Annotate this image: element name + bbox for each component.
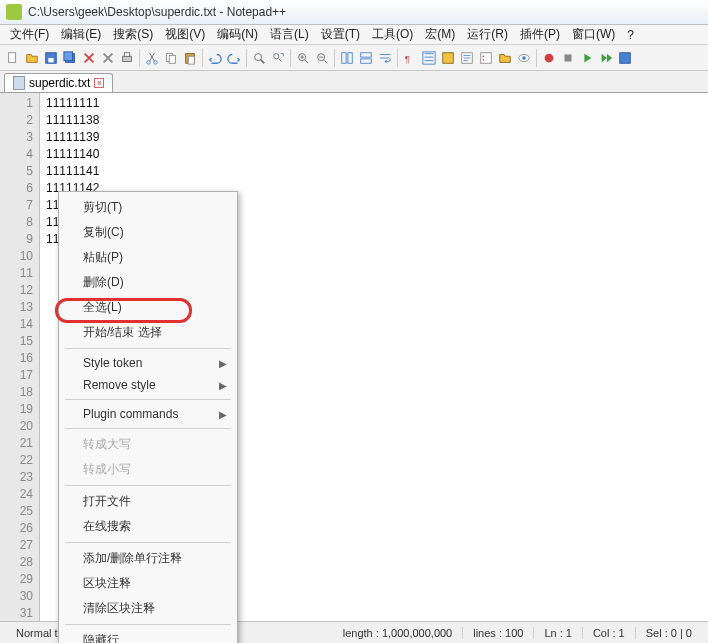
cm-uppercase[interactable]: 转成大写	[59, 432, 237, 457]
svg-rect-6	[124, 52, 129, 56]
svg-text:¶: ¶	[405, 53, 410, 63]
cm-copy[interactable]: 复制(C)	[59, 220, 237, 245]
toolbar-separator	[202, 49, 203, 67]
stop-icon[interactable]	[559, 49, 577, 67]
zoom-out-icon[interactable]	[313, 49, 331, 67]
save-icon[interactable]	[42, 49, 60, 67]
cm-remove-style[interactable]: Remove style▶	[59, 374, 237, 396]
save-macro-icon[interactable]	[616, 49, 634, 67]
close-icon[interactable]	[80, 49, 98, 67]
cm-open-file[interactable]: 打开文件	[59, 489, 237, 514]
file-icon	[13, 76, 25, 90]
doc-map-icon[interactable]	[458, 49, 476, 67]
line-number: 20	[0, 418, 39, 435]
func-list-icon[interactable]	[477, 49, 495, 67]
cm-begin-end-select[interactable]: 开始/结束 选择	[59, 320, 237, 345]
save-all-icon[interactable]	[61, 49, 79, 67]
cm-separator	[65, 348, 231, 349]
indent-guide-icon[interactable]	[420, 49, 438, 67]
cm-style-token[interactable]: Style token▶	[59, 352, 237, 374]
tab-superdic[interactable]: superdic.txt ×	[4, 73, 113, 92]
toolbar-separator	[536, 49, 537, 67]
menu-window[interactable]: 窗口(W)	[566, 24, 621, 45]
cm-separator	[65, 428, 231, 429]
line-number: 4	[0, 146, 39, 163]
record-icon[interactable]	[540, 49, 558, 67]
cm-toggle-comment[interactable]: 添加/删除单行注释	[59, 546, 237, 571]
show-all-icon[interactable]: ¶	[401, 49, 419, 67]
svg-rect-5	[123, 56, 132, 61]
cm-delete[interactable]: 删除(D)	[59, 270, 237, 295]
sync-h-icon[interactable]	[357, 49, 375, 67]
undo-icon[interactable]	[206, 49, 224, 67]
window-title: C:\Users\geek\Desktop\superdic.txt - Not…	[28, 5, 286, 19]
menu-macro[interactable]: 宏(M)	[419, 24, 461, 45]
chevron-right-icon: ▶	[219, 380, 227, 391]
cm-plugin-commands[interactable]: Plugin commands▶	[59, 403, 237, 425]
menu-run[interactable]: 运行(R)	[461, 24, 514, 45]
copy-icon[interactable]	[162, 49, 180, 67]
menu-encoding[interactable]: 编码(N)	[211, 24, 264, 45]
svg-rect-23	[443, 52, 454, 63]
menu-tools[interactable]: 工具(O)	[366, 24, 419, 45]
new-file-icon[interactable]	[4, 49, 22, 67]
editor[interactable]: 1234567891011121314151617181920212223242…	[0, 93, 708, 623]
menu-search[interactable]: 搜索(S)	[107, 24, 159, 45]
chevron-right-icon: ▶	[219, 358, 227, 369]
play-multi-icon[interactable]	[597, 49, 615, 67]
sync-v-icon[interactable]	[338, 49, 356, 67]
folder-view-icon[interactable]	[496, 49, 514, 67]
cm-selectall[interactable]: 全选(L)	[59, 295, 237, 320]
menu-file[interactable]: 文件(F)	[4, 24, 55, 45]
svg-rect-2	[48, 58, 53, 62]
cut-icon[interactable]	[143, 49, 161, 67]
code-line: 11111140	[46, 146, 708, 163]
app-icon	[6, 4, 22, 20]
line-number: 23	[0, 469, 39, 486]
menu-view[interactable]: 视图(V)	[159, 24, 211, 45]
redo-icon[interactable]	[225, 49, 243, 67]
line-number: 16	[0, 350, 39, 367]
line-number: 31	[0, 605, 39, 622]
replace-icon[interactable]	[269, 49, 287, 67]
code-line: 11111111	[46, 95, 708, 112]
close-all-icon[interactable]	[99, 49, 117, 67]
open-file-icon[interactable]	[23, 49, 41, 67]
line-number: 29	[0, 571, 39, 588]
cm-online-search[interactable]: 在线搜索	[59, 514, 237, 539]
svg-rect-32	[620, 52, 631, 63]
tab-close-icon[interactable]: ×	[94, 78, 104, 88]
find-icon[interactable]	[250, 49, 268, 67]
cm-lowercase[interactable]: 转成小写	[59, 457, 237, 482]
menu-help[interactable]: ?	[621, 26, 640, 44]
cm-separator	[65, 399, 231, 400]
paste-icon[interactable]	[181, 49, 199, 67]
svg-rect-17	[342, 52, 346, 63]
line-number: 8	[0, 214, 39, 231]
menu-edit[interactable]: 编辑(E)	[55, 24, 107, 45]
line-number: 13	[0, 299, 39, 316]
line-number: 1	[0, 95, 39, 112]
svg-point-30	[545, 53, 554, 62]
status-sel: Sel : 0 | 0	[636, 627, 702, 639]
cm-paste[interactable]: 粘贴(P)	[59, 245, 237, 270]
menu-settings[interactable]: 设置(T)	[315, 24, 366, 45]
status-lines: lines : 100	[463, 627, 534, 639]
cm-cut[interactable]: 剪切(T)	[59, 195, 237, 220]
cm-separator	[65, 542, 231, 543]
zoom-in-icon[interactable]	[294, 49, 312, 67]
user-lang-icon[interactable]	[439, 49, 457, 67]
menu-language[interactable]: 语言(L)	[264, 24, 315, 45]
cm-clear-block-comment[interactable]: 清除区块注释	[59, 596, 237, 621]
print-icon[interactable]	[118, 49, 136, 67]
cm-hide-line[interactable]: 隐藏行	[59, 628, 237, 643]
monitor-icon[interactable]	[515, 49, 533, 67]
menu-plugins[interactable]: 插件(P)	[514, 24, 566, 45]
play-icon[interactable]	[578, 49, 596, 67]
svg-rect-18	[348, 52, 352, 63]
svg-rect-25	[481, 52, 492, 63]
svg-point-8	[154, 60, 158, 64]
cm-block-comment[interactable]: 区块注释	[59, 571, 237, 596]
line-number: 5	[0, 163, 39, 180]
wrap-icon[interactable]	[376, 49, 394, 67]
